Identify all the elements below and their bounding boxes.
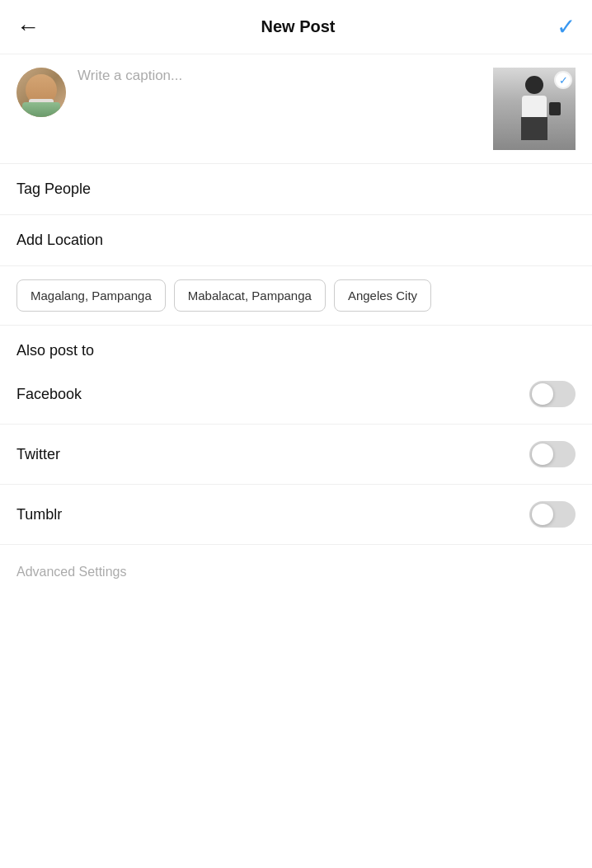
location-chip[interactable]: Magalang, Pampanga xyxy=(16,279,166,312)
toggle-row: Twitter xyxy=(0,425,592,485)
toggle-rows-container: FacebookTwitterTumblr xyxy=(0,364,592,545)
location-chip[interactable]: Mabalacat, Pampanga xyxy=(174,279,326,312)
add-location-label: Add Location xyxy=(16,232,103,249)
header: ← New Post ✓ xyxy=(0,0,592,54)
caption-area: Write a caption... ✓ xyxy=(0,54,592,164)
toggle-row: Facebook xyxy=(0,364,592,425)
post-thumbnail: ✓ xyxy=(493,68,576,150)
tag-people-row[interactable]: Tag People xyxy=(0,164,592,215)
toggle-switch[interactable] xyxy=(529,501,576,528)
toggle-knob xyxy=(532,504,553,525)
caption-placeholder: Write a caption... xyxy=(78,64,182,83)
toggle-label: Twitter xyxy=(16,446,60,463)
toggle-knob xyxy=(532,383,553,405)
toggle-knob xyxy=(532,443,553,465)
toggle-label: Tumblr xyxy=(16,506,62,523)
confirm-button[interactable]: ✓ xyxy=(557,13,576,40)
toggle-switch[interactable] xyxy=(529,381,576,407)
back-button[interactable]: ← xyxy=(16,16,40,39)
tag-people-label: Tag People xyxy=(16,181,91,198)
avatar xyxy=(16,68,66,117)
toggle-row: Tumblr xyxy=(0,485,592,545)
thumbnail-check-icon: ✓ xyxy=(554,71,572,89)
location-chips-row: Magalang, PampangaMabalacat, PampangaAng… xyxy=(0,266,592,326)
toggle-label: Facebook xyxy=(16,386,82,403)
also-post-section: Also post to xyxy=(0,326,592,364)
also-post-label: Also post to xyxy=(16,342,94,359)
toggle-switch[interactable] xyxy=(529,441,576,467)
location-chip[interactable]: Angeles City xyxy=(334,279,431,312)
advanced-settings-label: Advanced Settings xyxy=(16,565,126,579)
advanced-settings-row[interactable]: Advanced Settings xyxy=(0,545,592,599)
add-location-row[interactable]: Add Location xyxy=(0,215,592,266)
caption-input[interactable]: Write a caption... xyxy=(78,68,482,117)
page-title: New Post xyxy=(261,17,335,36)
